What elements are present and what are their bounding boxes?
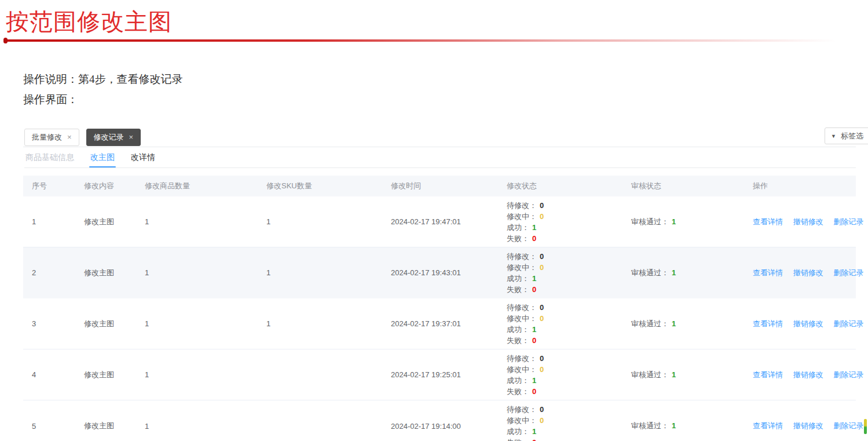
close-icon[interactable]: × xyxy=(67,133,72,141)
cell-content: 修改主图 xyxy=(75,319,136,329)
cell-content: 修改主图 xyxy=(75,370,136,380)
status-label: 修改中： xyxy=(507,365,537,374)
tab-chip-batch-modify[interactable]: 批量修改 × xyxy=(24,129,79,146)
col-header-review-status: 审核状态 xyxy=(622,181,744,191)
status-value: 0 xyxy=(540,416,544,425)
cell-product-count: 1 xyxy=(136,370,258,379)
status-value: 1 xyxy=(532,427,536,436)
tab-product-basic-info[interactable]: 商品基础信息 xyxy=(24,147,75,167)
status-line-pending: 待修改：0 xyxy=(507,404,622,415)
col-header-product-count: 修改商品数量 xyxy=(136,181,258,191)
status-value: 0 xyxy=(540,252,544,261)
view-details-link[interactable]: 查看详情 xyxy=(753,217,783,226)
tab-chip-modify-records[interactable]: 修改记录 × xyxy=(86,129,141,146)
tag-chip-bar: 批量修改 × 修改记录 × ▼ 标签选 xyxy=(0,125,868,147)
close-icon[interactable]: × xyxy=(129,133,134,141)
status-value: 0 xyxy=(532,387,536,396)
cell-time: 2024-02-17 19:25:01 xyxy=(382,370,498,379)
status-line-failed: 失败：0 xyxy=(507,284,622,295)
cell-actions: 查看详情 撤销修改 删除记录 xyxy=(744,268,856,278)
status-value: 0 xyxy=(540,314,544,323)
review-label: 审核通过： xyxy=(631,370,669,379)
cell-product-count: 1 xyxy=(136,319,258,328)
undo-modify-link[interactable]: 撤销修改 xyxy=(793,319,823,328)
table-header-row: 序号 修改内容 修改商品数量 修改SKU数量 修改时间 修改状态 审核状态 操作 xyxy=(23,176,856,196)
col-header-actions: 操作 xyxy=(744,181,856,191)
cell-review-status: 审核通过：1 xyxy=(622,217,744,227)
delete-record-link[interactable]: 删除记录 xyxy=(833,319,863,328)
col-header-index: 序号 xyxy=(23,181,75,191)
undo-modify-link[interactable]: 撤销修改 xyxy=(793,370,823,379)
cell-content: 修改主图 xyxy=(75,217,136,227)
review-value: 1 xyxy=(672,319,676,328)
cell-modify-status: 待修改：0 修改中：0 成功：1 失败：0 xyxy=(498,302,622,346)
cell-sku-count: 1 xyxy=(258,268,382,277)
review-label: 审核通过： xyxy=(631,319,669,328)
review-value: 1 xyxy=(672,421,676,430)
status-label: 成功： xyxy=(507,427,529,436)
status-value: 0 xyxy=(540,354,544,363)
review-label: 审核通过： xyxy=(631,268,669,277)
status-label: 成功： xyxy=(507,325,529,334)
status-label: 成功： xyxy=(507,376,529,385)
right-edge-clipped-element xyxy=(864,419,867,434)
chip-label: 批量修改 xyxy=(32,132,62,143)
cell-product-count: 1 xyxy=(136,268,258,277)
status-value: 0 xyxy=(540,263,544,272)
status-label: 成功： xyxy=(507,223,529,232)
delete-record-link[interactable]: 删除记录 xyxy=(833,421,863,430)
cell-index: 1 xyxy=(23,217,75,226)
tab-change-main-image[interactable]: 改主图 xyxy=(89,147,116,167)
delete-record-link[interactable]: 删除记录 xyxy=(833,370,863,379)
cell-index: 3 xyxy=(23,319,75,328)
status-line-modifying: 修改中：0 xyxy=(507,415,622,426)
view-details-link[interactable]: 查看详情 xyxy=(753,421,783,430)
cell-review-status: 审核通过：1 xyxy=(622,319,744,329)
status-value: 0 xyxy=(540,365,544,374)
review-value: 1 xyxy=(672,268,676,277)
view-details-link[interactable]: 查看详情 xyxy=(753,370,783,379)
status-line-failed: 失败：0 xyxy=(507,437,622,441)
caret-down-icon: ▼ xyxy=(831,133,836,139)
table-body: 1 修改主图 1 1 2024-02-17 19:47:01 待修改：0 修改中… xyxy=(23,196,856,441)
status-line-failed: 失败：0 xyxy=(507,386,622,397)
view-details-link[interactable]: 查看详情 xyxy=(753,268,783,277)
records-table: 序号 修改内容 修改商品数量 修改SKU数量 修改时间 修改状态 审核状态 操作… xyxy=(23,176,856,441)
cell-sku-count: 1 xyxy=(258,319,382,328)
status-value: 1 xyxy=(532,325,536,334)
cell-time: 2024-02-17 19:37:01 xyxy=(382,319,498,328)
delete-record-link[interactable]: 删除记录 xyxy=(833,217,863,226)
undo-modify-link[interactable]: 撤销修改 xyxy=(793,421,823,430)
status-label: 失败： xyxy=(507,234,529,243)
tab-change-details[interactable]: 改详情 xyxy=(130,147,156,167)
cell-content: 修改主图 xyxy=(75,421,136,431)
cell-modify-status: 待修改：0 修改中：0 成功：1 失败：0 xyxy=(498,404,622,441)
status-value: 1 xyxy=(532,376,536,385)
view-details-link[interactable]: 查看详情 xyxy=(753,319,783,328)
status-label: 失败： xyxy=(507,336,529,345)
delete-record-link[interactable]: 删除记录 xyxy=(833,268,863,277)
title-underline xyxy=(5,39,862,42)
undo-modify-link[interactable]: 撤销修改 xyxy=(793,217,823,226)
cell-index: 2 xyxy=(23,268,75,277)
undo-modify-link[interactable]: 撤销修改 xyxy=(793,268,823,277)
status-label: 待修改： xyxy=(507,201,537,210)
status-label: 成功： xyxy=(507,274,529,283)
status-value: 0 xyxy=(540,201,544,210)
status-value: 0 xyxy=(540,303,544,312)
status-value: 0 xyxy=(532,336,536,345)
status-label: 失败： xyxy=(507,285,529,294)
status-line-success: 成功：1 xyxy=(507,375,622,386)
table-row: 5 修改主图 1 2024-02-17 19:14:00 待修改：0 修改中：0… xyxy=(23,400,856,441)
cell-review-status: 审核通过：1 xyxy=(622,421,744,431)
cell-time: 2024-02-17 19:14:00 xyxy=(382,422,498,431)
status-label: 待修改： xyxy=(507,354,537,363)
status-value: 0 xyxy=(532,234,536,243)
table-row: 1 修改主图 1 1 2024-02-17 19:47:01 待修改：0 修改中… xyxy=(23,196,856,247)
status-line-modifying: 修改中：0 xyxy=(507,211,622,222)
col-header-time: 修改时间 xyxy=(382,181,498,191)
status-label: 失败： xyxy=(507,438,529,441)
tag-select-dropdown[interactable]: ▼ 标签选 xyxy=(825,127,868,144)
cell-modify-status: 待修改：0 修改中：0 成功：1 失败：0 xyxy=(498,200,622,244)
cell-time: 2024-02-17 19:47:01 xyxy=(382,217,498,226)
